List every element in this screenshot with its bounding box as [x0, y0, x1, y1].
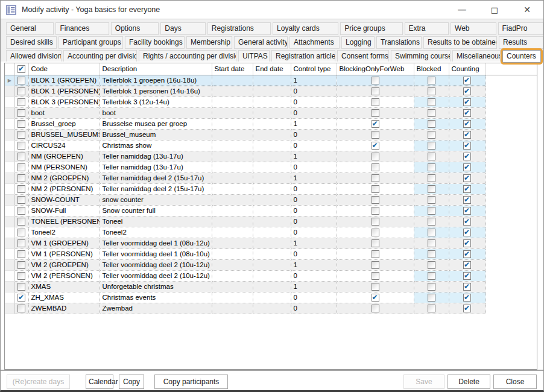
cell-blocked[interactable]	[414, 140, 449, 151]
counting-checkbox[interactable]	[463, 174, 471, 182]
cell-end-date[interactable]	[253, 248, 291, 259]
cell-start-date[interactable]	[212, 259, 253, 270]
blocked-checkbox[interactable]	[428, 305, 435, 312]
row-select-cell[interactable]	[14, 216, 28, 227]
counting-checkbox[interactable]	[463, 163, 471, 171]
row-select-cell[interactable]	[14, 118, 28, 129]
cell-control-type[interactable]: 0	[291, 227, 337, 238]
maximize-icon[interactable]: □	[478, 1, 511, 19]
cell-control-type[interactable]: 1	[291, 259, 337, 270]
column-header-control-type[interactable]: Control type	[291, 63, 337, 75]
cell-code[interactable]: VM 1 (PERSONEN)	[28, 248, 100, 259]
cell-code[interactable]: BLOK 3 (PERSONEN)	[28, 96, 100, 107]
tab-participant-groups[interactable]: Participant groups	[59, 36, 123, 49]
cell-description[interactable]: Toneel2	[100, 227, 212, 238]
cell-blocked[interactable]	[414, 86, 449, 96]
cell-blocked[interactable]	[414, 129, 449, 140]
counting-checkbox[interactable]	[463, 239, 471, 247]
cell-end-date[interactable]	[253, 107, 291, 118]
blocking-only-for-web-checkbox[interactable]	[372, 261, 379, 269]
cell-counting[interactable]	[449, 107, 485, 118]
row-select-cell[interactable]	[14, 303, 28, 314]
cell-control-type[interactable]: 0	[291, 292, 337, 303]
tab-registrations[interactable]: Registrations	[207, 22, 271, 35]
cell-blocked[interactable]	[414, 118, 449, 129]
cell-code[interactable]: TONEEL (PERSONEN)	[28, 216, 100, 227]
cell-end-date[interactable]	[253, 292, 291, 303]
cell-end-date[interactable]	[253, 303, 291, 314]
cell-code[interactable]: SNOW-COUNT	[28, 194, 100, 205]
row-select-checkbox[interactable]	[17, 272, 25, 280]
cell-blocked[interactable]	[414, 281, 449, 292]
cell-code[interactable]: Brussel_groep	[28, 118, 100, 129]
re-create-days-button[interactable]: (Re)create days	[7, 375, 70, 389]
row-select-cell[interactable]	[14, 75, 28, 86]
cell-control-type[interactable]: 1	[291, 151, 337, 162]
row-select-cell[interactable]	[14, 162, 28, 172]
cell-blocking-only-for-web[interactable]	[337, 281, 414, 292]
column-header-counting[interactable]: Counting	[449, 63, 485, 75]
counting-checkbox[interactable]	[463, 272, 471, 280]
cell-description[interactable]: Toneel	[100, 216, 212, 227]
row-select-cell[interactable]	[14, 96, 28, 107]
cell-blocked[interactable]	[414, 205, 449, 216]
cell-blocking-only-for-web[interactable]	[337, 162, 414, 172]
tab-consent-forms[interactable]: Consent forms	[337, 50, 389, 63]
cell-description[interactable]: Brussel_museum	[100, 129, 212, 140]
cell-description[interactable]: snow counter	[100, 194, 212, 205]
column-header-description[interactable]: Description	[100, 63, 212, 75]
blocking-only-for-web-checkbox[interactable]	[372, 87, 379, 95]
cell-blocking-only-for-web[interactable]	[337, 259, 414, 270]
cell-description[interactable]: Teller namiddag (13u-17u)	[100, 151, 212, 162]
cell-control-type[interactable]: 1	[291, 118, 337, 129]
cell-blocked[interactable]	[414, 162, 449, 172]
blocking-only-for-web-checkbox[interactable]	[372, 153, 379, 160]
save-button[interactable]: Save	[403, 375, 444, 389]
cell-code[interactable]: NM 2 (GROEPEN)	[28, 172, 100, 183]
counting-checkbox[interactable]	[463, 142, 471, 150]
tab-membership[interactable]: Membership	[186, 36, 232, 49]
blocking-only-for-web-checkbox[interactable]	[372, 283, 379, 291]
cell-blocking-only-for-web[interactable]	[337, 86, 414, 96]
row-select-cell[interactable]	[14, 205, 28, 216]
blocked-checkbox[interactable]	[428, 272, 435, 280]
cell-description[interactable]: Teller voormiddag deel 2 (10u-12u)	[100, 270, 212, 281]
cell-blocked[interactable]	[414, 151, 449, 162]
row-select-checkbox[interactable]	[17, 153, 25, 160]
cell-end-date[interactable]	[253, 281, 291, 292]
tab-desired-skills[interactable]: Desired skills	[6, 36, 57, 49]
calendar-button[interactable]: Calendar	[86, 375, 113, 389]
cell-counting[interactable]	[449, 118, 485, 129]
cell-start-date[interactable]	[212, 270, 253, 281]
blocking-only-for-web-checkbox[interactable]	[372, 77, 379, 84]
column-header-start-date[interactable]: Start date	[212, 63, 253, 75]
counting-checkbox[interactable]	[463, 229, 471, 236]
blocked-checkbox[interactable]	[428, 207, 435, 215]
blocked-checkbox[interactable]	[428, 109, 435, 117]
cell-description[interactable]: Teller voormiddag deel 1 (08u-10u)	[100, 248, 212, 259]
blocked-checkbox[interactable]	[428, 229, 435, 236]
cell-description[interactable]: Teller namiddag (13u-17u)	[100, 162, 212, 172]
counting-checkbox[interactable]	[463, 131, 471, 139]
blocked-checkbox[interactable]	[428, 120, 435, 128]
cell-end-date[interactable]	[253, 227, 291, 238]
cell-blocking-only-for-web[interactable]	[337, 292, 414, 303]
row-select-checkbox[interactable]	[17, 174, 25, 182]
blocking-only-for-web-checkbox[interactable]	[372, 142, 379, 150]
cell-code[interactable]: BLOK 1 (GROEPEN)	[28, 75, 100, 86]
tab-registration-articles[interactable]: Registration articles	[271, 50, 335, 63]
cell-counting[interactable]	[449, 86, 485, 96]
cell-description[interactable]: Tellerblok 1 groepen (16u-18u)	[100, 75, 212, 86]
cell-start-date[interactable]	[212, 248, 253, 259]
row-select-checkbox[interactable]	[17, 185, 25, 193]
tab-translations[interactable]: Translations	[376, 36, 422, 49]
tab-results[interactable]: Results	[499, 36, 543, 49]
cell-control-type[interactable]: 1	[291, 75, 337, 86]
cell-control-type[interactable]: 0	[291, 183, 337, 194]
row-select-checkbox[interactable]	[17, 229, 25, 236]
cell-start-date[interactable]	[212, 118, 253, 129]
cell-control-type[interactable]: 1	[291, 238, 337, 248]
row-select-checkbox[interactable]	[17, 142, 25, 150]
column-header-blockingonlyforweb[interactable]: BlockingOnlyForWeb	[337, 63, 414, 75]
cell-code[interactable]: boot	[28, 107, 100, 118]
